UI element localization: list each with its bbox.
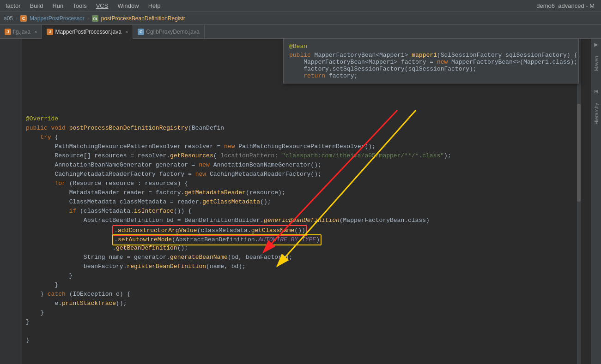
menu-tools[interactable]: Tools	[71, 1, 88, 10]
sidebar-maven-icon[interactable]: ▶	[594, 41, 598, 48]
tab-label-mapper: MapperPostProcessor.java	[55, 29, 121, 35]
tab-mapper-post-processor[interactable]: J MapperPostProcessor.java ×	[42, 25, 133, 39]
tab-close-mapper[interactable]: ×	[125, 29, 128, 35]
code-editor[interactable]: @Bean public MapperFactoryBean<Mapper1> …	[0, 39, 591, 364]
code-line-register: beanFactory.registerBeanDefinition(name,…	[26, 262, 587, 271]
tab-icon-fig: J	[5, 29, 11, 35]
code-line-generator: AnnotationBeanNameGenerator generator = …	[26, 161, 587, 170]
code-line-string-name: String name = generator.generateBeanName…	[26, 253, 587, 262]
code-line-class-metadata: ClassMetadata classMetadata = reader.get…	[26, 197, 587, 207]
tooltip-line4: return factory;	[289, 72, 573, 79]
code-line-reader: MetadataReader reader = factory.getMetad…	[26, 188, 587, 197]
breadcrumb-method-icon: m	[92, 15, 98, 22]
code-line-for: for (Resource resource : resources) {	[26, 179, 587, 188]
breadcrumb-class-name[interactable]: MapperPostProcessor	[30, 15, 85, 22]
menu-vcs[interactable]: VCS	[94, 1, 110, 10]
code-line-catch: } catch (IOException e) {	[26, 290, 587, 299]
tooltip-popup: @Bean public MapperFactoryBean<Mapper1> …	[283, 39, 579, 84]
tab-cglib-proxy-demo[interactable]: C CglibProxyDemo.java	[133, 25, 204, 39]
code-line-close-class: }	[26, 336, 587, 345]
tab-close-fig[interactable]: ×	[34, 29, 37, 35]
line-numbers	[0, 39, 22, 364]
code-line-set-autowire: .setAutowireMode(AbstractBeanDefinition.…	[26, 234, 587, 244]
tab-label-fig: fig.java	[13, 29, 30, 35]
tooltip-line3: factory.setSqlSessionFactory(sqlSessionF…	[289, 66, 573, 72]
code-line-empty	[26, 327, 587, 336]
code-line-print-stack: e.printStackTrace();	[26, 299, 587, 308]
code-line-abstract-bd: AbstractBeanDefinition bd = BeanDefiniti…	[26, 216, 587, 225]
sidebar-hierarchy-icon[interactable]: ⊞	[594, 88, 598, 95]
code-line-method-sig: public void postProcessBeanDefinitionReg…	[26, 124, 587, 133]
tabs-bar: J fig.java × J MapperPostProcessor.java …	[0, 25, 601, 39]
tab-fig-java[interactable]: J fig.java ×	[0, 25, 42, 39]
code-line-override: @Override	[26, 114, 587, 124]
code-line-if: if (classMetadata.isInterface()) {	[26, 207, 587, 216]
code-line-close-catch: }	[26, 308, 587, 317]
code-line-try: try {	[26, 133, 587, 142]
code-line-close-for: }	[26, 280, 587, 290]
code-line-close-if: }	[26, 271, 587, 280]
scrollbar-thumb[interactable]	[577, 104, 581, 202]
right-sidebar: ▶ Maven ⊞ Hierarchy	[591, 39, 601, 364]
main-area: @Bean public MapperFactoryBean<Mapper1> …	[0, 39, 601, 364]
menu-factor[interactable]: factor	[4, 1, 23, 10]
tooltip-line1: public MapperFactoryBean<Mapper1> mapper…	[289, 52, 573, 59]
sidebar-maven-label[interactable]: Maven	[594, 56, 599, 71]
window-title: demo6_advanced - M	[534, 1, 597, 10]
code-line-add-constructor: .addConstructorArgValue(classMetadata.ge…	[26, 225, 587, 234]
menu-run[interactable]: Run	[50, 1, 65, 10]
tab-icon-mapper: J	[47, 29, 53, 35]
code-content: @Override public void postProcessBeanDef…	[22, 113, 591, 364]
breadcrumb-class-icon: C	[20, 15, 27, 22]
tab-icon-cglib: C	[138, 29, 144, 35]
code-line-close-method: }	[26, 317, 587, 327]
breadcrumb-method-name[interactable]: postProcessBeanDefinitionRegistr	[101, 15, 185, 22]
menu-build[interactable]: Build	[28, 1, 45, 10]
menu-bar: factor Build Run Tools VCS Window Help d…	[0, 0, 601, 12]
breadcrumb-module: a05	[4, 15, 13, 22]
scrollbar[interactable]	[577, 39, 581, 364]
menu-window[interactable]: Window	[115, 1, 140, 10]
code-line-factory: CachingMetadataReaderFactory factory = n…	[26, 170, 587, 179]
code-line-resources: Resource[] resources = resolver.getResou…	[26, 151, 587, 161]
tooltip-annotation: @Bean	[289, 43, 573, 50]
sidebar-hierarchy-label[interactable]: Hierarchy	[594, 103, 599, 125]
tab-label-cglib: CglibProxyDemo.java	[146, 29, 199, 35]
breadcrumb-bar: a05 › C MapperPostProcessor › m postProc…	[0, 12, 601, 25]
tooltip-line2: MapperFactoryBean<Mapper1> factory = new…	[289, 59, 573, 66]
menu-help[interactable]: Help	[146, 1, 163, 10]
code-line-resolver: PathMatchingResourcePatternResolver reso…	[26, 142, 587, 151]
